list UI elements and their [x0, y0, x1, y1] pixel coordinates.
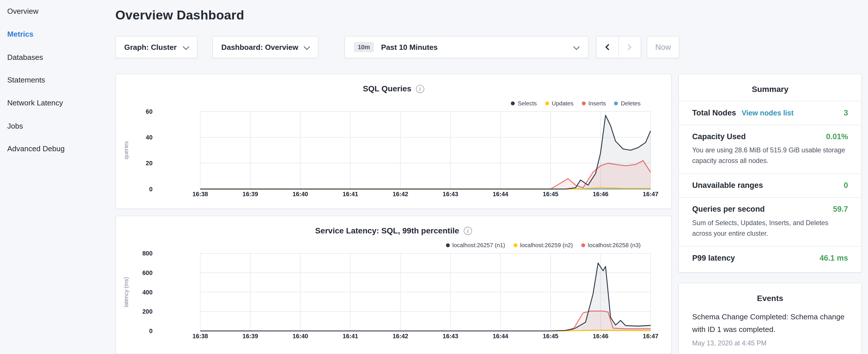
chevron-right-icon	[625, 44, 631, 51]
stat-label: Capacity Used	[692, 132, 746, 141]
stat-description: You are using 28.6 MiB of 515.9 GiB usab…	[692, 145, 848, 166]
svg-text:16:40: 16:40	[292, 333, 308, 340]
svg-text:16:40: 16:40	[292, 191, 308, 198]
svg-text:16:44: 16:44	[493, 191, 508, 198]
stat-label: P99 latency	[692, 254, 735, 262]
graph-scope-label: Graph: Cluster	[124, 43, 177, 51]
sidebar-item-network-latency[interactable]: Network Latency	[0, 92, 108, 115]
page-title: Overview Dashboard	[116, 8, 244, 23]
svg-text:16:45: 16:45	[543, 333, 559, 340]
legend-item-n2[interactable]: localhost:26259 (n2)	[514, 242, 573, 248]
svg-text:16:45: 16:45	[543, 191, 559, 198]
svg-text:16:41: 16:41	[342, 191, 358, 198]
info-icon[interactable]: i	[464, 227, 472, 235]
svg-text:200: 200	[143, 308, 153, 315]
series-color-dot	[581, 243, 585, 247]
stat-label: Total Nodes	[692, 108, 736, 117]
time-range-label: Past 10 Minutes	[381, 43, 438, 51]
summary-row-unavailable-ranges: Unavailable ranges 0	[679, 173, 861, 197]
series-color-dot	[582, 101, 586, 105]
sidebar-item-label: Network Latency	[7, 99, 63, 107]
sidebar-item-label: Overview	[7, 7, 38, 15]
service-latency-panel: Service Latency: SQL, 99th percentile i …	[116, 216, 672, 354]
svg-text:queries: queries	[123, 141, 129, 159]
legend-item-inserts[interactable]: Inserts	[582, 100, 606, 106]
svg-text:16:43: 16:43	[443, 333, 459, 340]
series-color-dot	[545, 101, 549, 105]
view-nodes-list-link[interactable]: View nodes list	[742, 108, 794, 117]
sidebar-item-overview[interactable]: Overview	[0, 0, 108, 23]
series-color-dot	[445, 243, 450, 247]
svg-text:16:42: 16:42	[393, 333, 408, 340]
svg-text:16:38: 16:38	[192, 191, 208, 198]
sidebar-item-label: Metrics	[7, 30, 34, 38]
svg-text:16:38: 16:38	[192, 333, 208, 340]
chart-title: SQL Queries i	[116, 84, 671, 93]
svg-text:16:42: 16:42	[393, 191, 408, 198]
legend-item-n1[interactable]: localhost:26257 (n1)	[445, 242, 505, 248]
sql-queries-chart: 16:3816:3916:4016:4116:4216:4316:4416:45…	[116, 74, 672, 209]
graph-scope-dropdown[interactable]: Graph: Cluster	[116, 36, 197, 58]
sidebar-item-label: Databases	[7, 53, 43, 61]
svg-text:16:47: 16:47	[643, 333, 658, 340]
svg-text:16:46: 16:46	[593, 191, 609, 198]
legend-label: Deletes	[621, 100, 641, 106]
legend-item-selects[interactable]: Selects	[511, 100, 537, 106]
app-viewport: Overview Metrics Databases Statements Ne…	[0, 0, 868, 354]
sidebar-item-metrics[interactable]: Metrics	[0, 23, 108, 46]
svg-text:0: 0	[149, 186, 152, 193]
sidebar-item-jobs[interactable]: Jobs	[0, 115, 108, 137]
svg-text:60: 60	[146, 108, 153, 115]
sidebar-item-label: Jobs	[7, 122, 23, 130]
svg-text:800: 800	[143, 250, 153, 257]
svg-text:16:46: 16:46	[593, 333, 609, 340]
svg-text:40: 40	[146, 134, 153, 141]
events-title: Events	[679, 283, 861, 310]
svg-text:400: 400	[143, 289, 153, 296]
summary-row-capacity: Capacity Used 0.01% You are using 28.6 M…	[679, 125, 861, 173]
legend-label: localhost:26258 (n3)	[588, 242, 641, 248]
svg-text:0: 0	[149, 328, 152, 334]
stat-description: Sum of Selects, Updates, Inserts, and De…	[692, 218, 848, 238]
sidebar-item-advanced-debug[interactable]: Advanced Debug	[0, 137, 108, 160]
service-latency-chart: 16:3816:3916:4016:4116:4216:4316:4416:45…	[116, 216, 672, 351]
stat-label: Unavailable ranges	[692, 181, 763, 190]
chart-title-text: SQL Queries	[363, 84, 411, 93]
legend-item-deletes[interactable]: Deletes	[614, 100, 641, 106]
legend-label: Selects	[518, 100, 537, 106]
dashboard-dropdown[interactable]: Dashboard: Overview	[212, 36, 318, 58]
legend-label: Inserts	[588, 100, 606, 106]
time-forward-button[interactable]	[619, 37, 641, 58]
time-range-selector[interactable]: 10m Past 10 Minutes	[344, 36, 589, 58]
event-text: Schema Change Completed: Schema change w…	[692, 311, 848, 336]
series-color-dot	[514, 243, 518, 247]
time-step-buttons	[596, 36, 641, 58]
time-range-badge: 10m	[354, 42, 374, 52]
legend-item-n3[interactable]: localhost:26258 (n3)	[581, 242, 641, 248]
svg-text:16:43: 16:43	[443, 191, 459, 198]
time-back-button[interactable]	[597, 37, 619, 58]
stat-value: 0.01%	[826, 132, 848, 141]
stat-label: Queries per second	[692, 205, 765, 214]
series-color-dot	[614, 101, 618, 105]
sidebar-item-label: Statements	[7, 76, 45, 84]
legend-item-updates[interactable]: Updates	[545, 100, 574, 106]
dashboard-label: Dashboard: Overview	[221, 43, 298, 51]
sidebar-item-statements[interactable]: Statements	[0, 69, 108, 92]
legend-label: Updates	[552, 100, 574, 106]
legend-label: localhost:26257 (n1)	[452, 242, 505, 248]
stat-value: 59.7	[833, 205, 848, 214]
chevron-down-icon	[183, 43, 189, 50]
svg-text:16:39: 16:39	[242, 333, 258, 340]
chevron-left-icon	[606, 44, 612, 51]
svg-text:16:47: 16:47	[643, 191, 658, 198]
chart-title-text: Service Latency: SQL, 99th percentile	[315, 226, 459, 235]
sidebar-item-databases[interactable]: Databases	[0, 46, 108, 69]
svg-text:600: 600	[143, 269, 153, 277]
event-timestamp: May 13, 2020 at 4:45 PM	[692, 339, 848, 347]
now-button[interactable]: Now	[647, 36, 679, 58]
event-item[interactable]: Schema Change Completed: Schema change w…	[679, 310, 861, 347]
stat-value: 3	[844, 108, 848, 117]
svg-text:16:44: 16:44	[493, 333, 508, 340]
info-icon[interactable]: i	[416, 85, 424, 93]
